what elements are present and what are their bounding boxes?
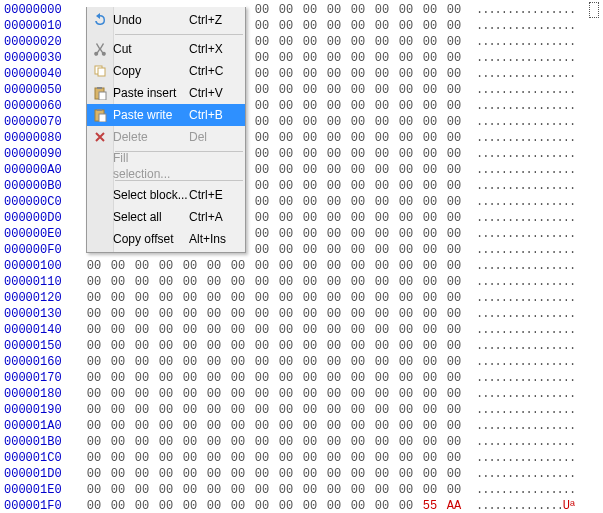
byte[interactable]: 00 bbox=[346, 482, 370, 498]
ascii[interactable]: ................ bbox=[466, 370, 575, 386]
hex-bytes[interactable]: 00000000000000000000000000000000 bbox=[82, 370, 466, 386]
byte[interactable]: 00 bbox=[274, 418, 298, 434]
byte[interactable]: 00 bbox=[394, 242, 418, 258]
byte[interactable]: 00 bbox=[154, 370, 178, 386]
byte[interactable]: 00 bbox=[298, 210, 322, 226]
byte[interactable]: 00 bbox=[226, 370, 250, 386]
byte[interactable]: 00 bbox=[418, 290, 442, 306]
byte[interactable]: 00 bbox=[82, 466, 106, 482]
byte[interactable]: 00 bbox=[370, 210, 394, 226]
byte[interactable]: 00 bbox=[394, 194, 418, 210]
byte[interactable]: 00 bbox=[202, 498, 226, 513]
hex-row[interactable]: 000001E000000000000000000000000000000000… bbox=[0, 482, 603, 498]
byte[interactable]: 00 bbox=[394, 482, 418, 498]
byte[interactable]: 00 bbox=[442, 82, 466, 98]
byte[interactable]: 00 bbox=[370, 466, 394, 482]
byte[interactable]: 00 bbox=[202, 370, 226, 386]
byte[interactable]: 00 bbox=[298, 162, 322, 178]
byte[interactable]: 00 bbox=[346, 386, 370, 402]
ascii[interactable]: ................ bbox=[466, 418, 575, 434]
byte[interactable]: 00 bbox=[250, 450, 274, 466]
byte[interactable]: 00 bbox=[154, 386, 178, 402]
byte[interactable]: 00 bbox=[370, 82, 394, 98]
byte[interactable]: 00 bbox=[154, 402, 178, 418]
byte[interactable]: 00 bbox=[370, 482, 394, 498]
byte[interactable]: 00 bbox=[442, 418, 466, 434]
byte[interactable]: 00 bbox=[346, 450, 370, 466]
byte[interactable]: 00 bbox=[370, 34, 394, 50]
byte[interactable]: 00 bbox=[130, 338, 154, 354]
hex-row[interactable]: 000001A000000000000000000000000000000000… bbox=[0, 418, 603, 434]
byte[interactable]: 00 bbox=[82, 402, 106, 418]
hex-row[interactable]: 0000019000000000000000000000000000000000… bbox=[0, 402, 603, 418]
byte[interactable]: 00 bbox=[130, 370, 154, 386]
byte[interactable]: 00 bbox=[322, 2, 346, 18]
byte[interactable]: 00 bbox=[442, 242, 466, 258]
byte[interactable]: 00 bbox=[226, 434, 250, 450]
byte[interactable]: 00 bbox=[346, 2, 370, 18]
byte[interactable]: 00 bbox=[394, 130, 418, 146]
byte[interactable]: 00 bbox=[298, 482, 322, 498]
byte[interactable]: 00 bbox=[250, 482, 274, 498]
byte[interactable]: 00 bbox=[226, 466, 250, 482]
byte[interactable]: 00 bbox=[274, 210, 298, 226]
byte[interactable]: 00 bbox=[442, 386, 466, 402]
byte[interactable]: 00 bbox=[298, 34, 322, 50]
byte[interactable]: 00 bbox=[370, 386, 394, 402]
byte[interactable]: 00 bbox=[298, 434, 322, 450]
byte[interactable]: 00 bbox=[322, 162, 346, 178]
byte[interactable]: 00 bbox=[82, 290, 106, 306]
byte[interactable]: 00 bbox=[154, 274, 178, 290]
byte[interactable]: 00 bbox=[370, 290, 394, 306]
byte[interactable]: 00 bbox=[394, 18, 418, 34]
byte[interactable]: 00 bbox=[418, 402, 442, 418]
byte[interactable]: 00 bbox=[370, 274, 394, 290]
ascii[interactable]: ................ bbox=[466, 130, 575, 146]
byte[interactable]: 00 bbox=[154, 450, 178, 466]
byte[interactable]: 00 bbox=[418, 66, 442, 82]
byte[interactable]: 00 bbox=[298, 370, 322, 386]
byte[interactable]: 00 bbox=[394, 338, 418, 354]
byte[interactable]: 00 bbox=[442, 98, 466, 114]
menu-item-paste-insert[interactable]: Paste insertCtrl+V bbox=[87, 82, 245, 104]
byte[interactable]: 00 bbox=[346, 290, 370, 306]
byte[interactable]: 00 bbox=[442, 258, 466, 274]
hex-bytes[interactable]: 00000000000000000000000000000000 bbox=[82, 402, 466, 418]
byte[interactable]: 00 bbox=[250, 402, 274, 418]
ascii[interactable]: ................ bbox=[466, 2, 575, 18]
hex-bytes[interactable]: 00000000000000000000000000000000 bbox=[82, 386, 466, 402]
hex-row[interactable]: 0000017000000000000000000000000000000000… bbox=[0, 370, 603, 386]
byte[interactable]: 00 bbox=[154, 434, 178, 450]
hex-row[interactable]: 0000015000000000000000000000000000000000… bbox=[0, 338, 603, 354]
byte[interactable]: 00 bbox=[298, 386, 322, 402]
hex-bytes[interactable]: 00000000000000000000000000000000 bbox=[82, 482, 466, 498]
byte[interactable]: 00 bbox=[298, 354, 322, 370]
hex-row[interactable]: 000001F0000000000000000000000000000055AA… bbox=[0, 498, 603, 513]
hex-row[interactable]: 0000014000000000000000000000000000000000… bbox=[0, 322, 603, 338]
ascii[interactable]: ..............Uª bbox=[466, 498, 575, 513]
byte[interactable]: 00 bbox=[298, 194, 322, 210]
byte[interactable]: 00 bbox=[394, 146, 418, 162]
byte[interactable]: 00 bbox=[322, 50, 346, 66]
byte[interactable]: 00 bbox=[442, 370, 466, 386]
byte[interactable]: 00 bbox=[106, 450, 130, 466]
byte[interactable]: 00 bbox=[394, 2, 418, 18]
byte[interactable]: 00 bbox=[154, 354, 178, 370]
byte[interactable]: 00 bbox=[346, 130, 370, 146]
byte[interactable]: 00 bbox=[202, 322, 226, 338]
byte[interactable]: 00 bbox=[346, 466, 370, 482]
byte[interactable]: 00 bbox=[82, 274, 106, 290]
byte[interactable]: 00 bbox=[130, 482, 154, 498]
hex-bytes[interactable]: 00000000000000000000000000000000 bbox=[82, 466, 466, 482]
byte[interactable]: 00 bbox=[274, 98, 298, 114]
byte[interactable]: 00 bbox=[250, 306, 274, 322]
byte[interactable]: 00 bbox=[298, 178, 322, 194]
byte[interactable]: 00 bbox=[298, 242, 322, 258]
ascii[interactable]: ................ bbox=[466, 466, 575, 482]
byte[interactable]: 00 bbox=[370, 242, 394, 258]
byte[interactable]: 00 bbox=[250, 498, 274, 513]
byte[interactable]: 00 bbox=[274, 82, 298, 98]
byte[interactable]: 00 bbox=[394, 466, 418, 482]
byte[interactable]: 00 bbox=[250, 290, 274, 306]
byte[interactable]: 00 bbox=[274, 18, 298, 34]
